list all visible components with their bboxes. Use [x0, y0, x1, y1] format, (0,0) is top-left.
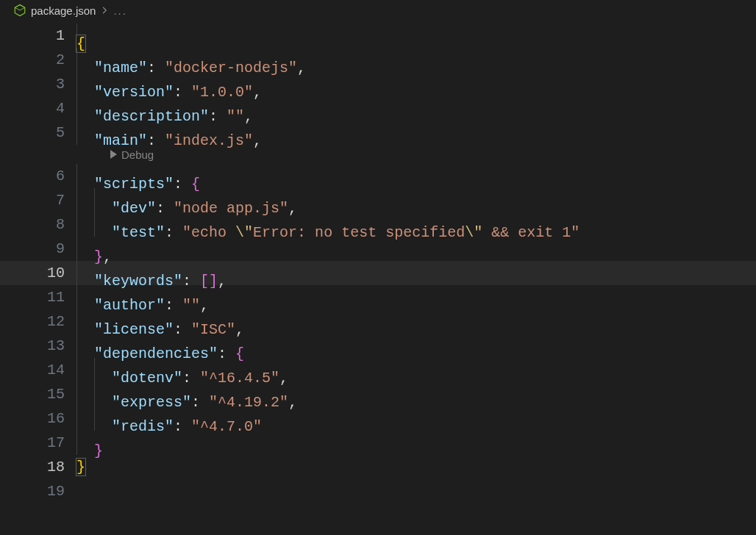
line-number: 18: [0, 455, 76, 479]
line-number: 15: [0, 382, 76, 406]
code-line[interactable]: 4 "description": "",: [0, 96, 756, 121]
code-line[interactable]: 14 "dotenv": "^16.4.5",: [0, 358, 756, 382]
json-key: "main": [94, 132, 147, 149]
code-line[interactable]: 15 "express": "^4.19.2",: [0, 382, 756, 406]
line-number: 10: [0, 261, 76, 285]
code-line[interactable]: 9 },: [0, 237, 756, 261]
line-number: 2: [0, 48, 76, 72]
json-string: "index.js": [165, 132, 253, 149]
line-number: 5: [0, 121, 76, 145]
code-line[interactable]: 17 }: [0, 431, 756, 455]
breadcrumb-ellipsis[interactable]: ...: [113, 4, 127, 17]
line-number: 4: [0, 96, 76, 121]
line-number: 16: [0, 406, 76, 431]
line-number: 1: [0, 24, 76, 48]
line-number: 19: [0, 479, 76, 503]
code-line[interactable]: 18 }: [0, 455, 756, 479]
code-line[interactable]: 6 "scripts": {: [0, 164, 756, 188]
line-number: 13: [0, 334, 76, 358]
breadcrumb[interactable]: package.json ...: [0, 0, 756, 21]
line-number: 17: [0, 431, 76, 455]
line-number: 9: [0, 237, 76, 261]
line-number: 3: [0, 72, 76, 96]
line-number: 11: [0, 285, 76, 309]
code-line[interactable]: 2 "name": "docker-nodejs",: [0, 48, 756, 72]
code-line[interactable]: 10 "keywords": [],: [0, 261, 756, 285]
close-brace: }: [76, 458, 86, 476]
chevron-right-icon: [100, 4, 109, 17]
line-number: 7: [0, 188, 76, 212]
line-number: 8: [0, 212, 76, 237]
code-line[interactable]: 3 "version": "1.0.0",: [0, 72, 756, 96]
code-line[interactable]: 1 {: [0, 24, 756, 48]
code-line[interactable]: 7 "dev": "node app.js",: [0, 188, 756, 212]
line-number: 12: [0, 309, 76, 334]
code-line[interactable]: 5 "main": "index.js",: [0, 121, 756, 145]
code-line[interactable]: 16 "redis": "^4.7.0": [0, 406, 756, 431]
code-line[interactable]: 11 "author": "",: [0, 285, 756, 309]
code-editor[interactable]: 1 { 2 "name": "docker-nodejs", 3 "versio…: [0, 21, 756, 503]
breadcrumb-filename[interactable]: package.json: [31, 4, 96, 17]
code-line[interactable]: 19: [0, 479, 756, 503]
line-number: 14: [0, 358, 76, 382]
code-line[interactable]: 8 "test": "echo \"Error: no test specifi…: [0, 212, 756, 237]
line-number: 6: [0, 164, 76, 188]
code-line[interactable]: 13 "dependencies": {: [0, 334, 756, 358]
nodejs-file-icon: [13, 4, 26, 17]
code-line[interactable]: 12 "license": "ISC",: [0, 309, 756, 334]
